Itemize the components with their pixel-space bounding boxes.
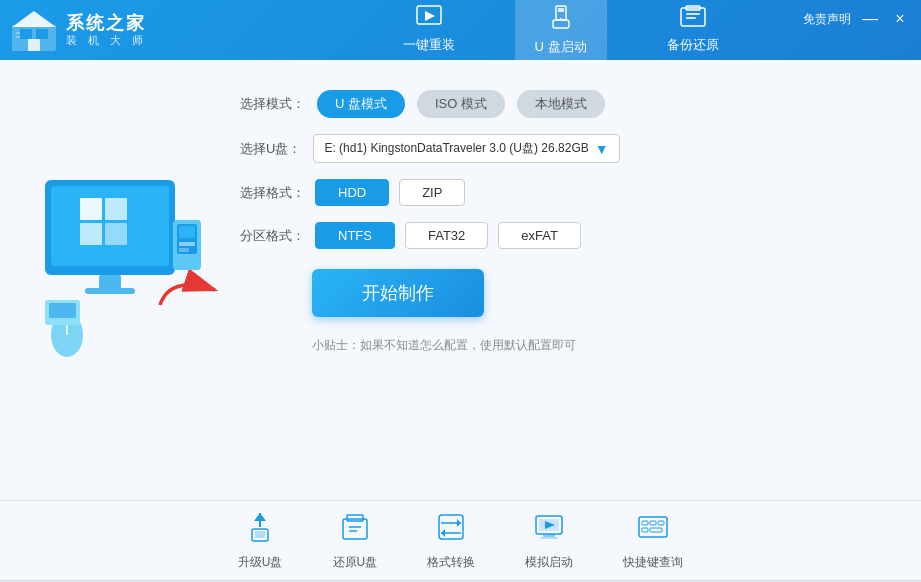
upgrade-icon [244,511,276,550]
logo-area: 系统之家 装 机 大 师 [10,9,210,51]
svg-rect-11 [553,20,569,28]
partition-label: 分区格式： [240,227,305,245]
tab-usb-label: U 盘启动 [535,38,587,56]
format-zip-button[interactable]: ZIP [399,179,465,206]
logo-text: 系统之家 装 机 大 师 [66,13,147,48]
disclaimer-link[interactable]: 免责声明 [803,11,851,28]
svg-rect-10 [558,8,564,12]
close-button[interactable]: × [889,8,911,30]
svg-rect-34 [49,303,76,318]
tab-backup-label: 备份还原 [667,36,719,54]
udisk-label: 选择U盘： [240,140,301,158]
svg-rect-46 [439,515,463,539]
mode-local-button[interactable]: 本地模式 [517,90,605,118]
action-simulate[interactable]: 模拟启动 [525,511,573,571]
action-convert-label: 格式转换 [427,554,475,571]
svg-rect-24 [85,288,135,294]
logo-main-title: 系统之家 [66,13,147,35]
action-simulate-label: 模拟启动 [525,554,573,571]
titlebar: 系统之家 装 机 大 师 一键重装 [0,0,921,60]
action-upgrade[interactable]: 升级U盘 [238,511,283,571]
svg-rect-19 [80,198,102,220]
start-button[interactable]: 开始制作 [312,269,484,317]
shortcut-icon [637,511,669,550]
mode-row: 选择模式： U 盘模式 ISO 模式 本地模式 [240,90,881,118]
svg-rect-23 [99,275,121,289]
svg-marker-1 [12,11,56,27]
main-content: 选择模式： U 盘模式 ISO 模式 本地模式 选择U盘： E: (hd1) K… [0,60,921,500]
svg-marker-39 [254,513,266,521]
partition-fat32-button[interactable]: FAT32 [405,222,488,249]
action-restore-label: 还原U盘 [333,554,378,571]
backup-icon [679,4,707,34]
partition-ntfs-button[interactable]: NTFS [315,222,395,249]
udisk-value: E: (hd1) KingstonDataTraveler 3.0 (U盘) 2… [324,140,588,157]
start-btn-row: 开始制作 [240,269,881,317]
mode-udisk-button[interactable]: U 盘模式 [317,90,405,118]
svg-rect-52 [639,517,667,537]
tab-backup[interactable]: 备份还原 [647,0,739,62]
svg-rect-22 [105,223,127,245]
action-restore[interactable]: 还原U盘 [333,511,378,571]
format-row: 选择格式： HDD ZIP [240,179,881,206]
partition-row: 分区格式： NTFS FAT32 exFAT [240,222,881,249]
tab-usb[interactable]: U 盘启动 [515,0,607,62]
svg-rect-2 [20,29,32,39]
svg-rect-27 [179,226,195,238]
svg-rect-21 [80,223,102,245]
convert-icon [435,511,467,550]
tip-text: 小贴士：如果不知道怎么配置，使用默认配置即可 [240,337,881,354]
svg-rect-28 [179,242,195,246]
svg-rect-29 [179,248,189,252]
svg-marker-45 [441,529,445,537]
action-shortcut[interactable]: 快捷键查询 [623,511,683,571]
simulate-icon [533,511,565,550]
svg-rect-40 [343,519,367,539]
minimize-button[interactable]: — [859,8,881,30]
right-panel: 选择模式： U 盘模式 ISO 模式 本地模式 选择U盘： E: (hd1) K… [220,80,921,480]
bottom-actions: 升级U盘 还原U盘 格式转换 [0,500,921,580]
red-arrow [155,270,235,310]
svg-marker-8 [425,11,435,21]
dropdown-arrow-icon: ▼ [595,141,609,157]
svg-rect-41 [347,515,363,521]
logo-sub-title: 装 机 大 师 [66,34,147,47]
mode-label: 选择模式： [240,95,305,113]
svg-marker-44 [457,519,461,527]
svg-rect-15 [686,13,700,15]
action-upgrade-label: 升级U盘 [238,554,283,571]
svg-rect-56 [642,528,648,532]
format-hdd-button[interactable]: HDD [315,179,389,206]
reinstall-icon [415,4,443,34]
udisk-row: 选择U盘： E: (hd1) KingstonDataTraveler 3.0 … [240,134,881,163]
action-shortcut-label: 快捷键查询 [623,554,683,571]
svg-rect-16 [686,17,696,19]
usb-icon [548,4,574,36]
action-convert[interactable]: 格式转换 [427,511,475,571]
svg-rect-57 [650,528,662,532]
svg-rect-54 [650,521,656,525]
udisk-dropdown[interactable]: E: (hd1) KingstonDataTraveler 3.0 (U盘) 2… [313,134,619,163]
tab-reinstall-label: 一键重装 [403,36,455,54]
illustration-area [0,80,220,480]
svg-rect-50 [543,534,555,537]
svg-rect-53 [642,521,648,525]
format-label: 选择格式： [240,184,305,202]
svg-rect-55 [658,521,664,525]
partition-exfat-button[interactable]: exFAT [498,222,581,249]
restore-icon [339,511,371,550]
titlebar-actions: 免责声明 — × [803,8,911,30]
svg-rect-51 [540,537,558,539]
mode-iso-button[interactable]: ISO 模式 [417,90,505,118]
logo-icon [10,9,58,51]
tab-reinstall[interactable]: 一键重装 [383,0,475,62]
svg-rect-37 [255,531,265,538]
svg-rect-3 [36,29,48,39]
svg-rect-4 [28,39,40,51]
svg-rect-20 [105,198,127,220]
